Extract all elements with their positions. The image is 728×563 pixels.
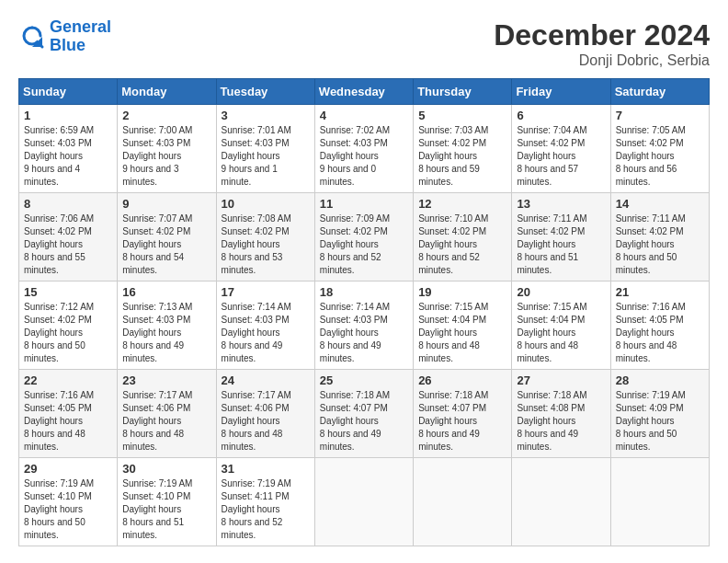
cell-content: Sunrise: 7:19 AMSunset: 4:10 PMDaylight … (122, 477, 210, 542)
cell-content: Sunrise: 7:18 AMSunset: 4:08 PMDaylight … (517, 389, 605, 454)
cell-content: Sunrise: 7:11 AMSunset: 4:02 PMDaylight … (616, 213, 704, 277)
day-number: 18 (320, 285, 408, 299)
day-number: 20 (517, 285, 605, 299)
day-header-thursday: Thursday (414, 79, 512, 105)
cell-content: Sunrise: 7:17 AMSunset: 4:06 PMDaylight … (122, 389, 210, 454)
cell-content: Sunrise: 7:08 AMSunset: 4:02 PMDaylight … (222, 213, 310, 277)
day-number: 28 (616, 373, 704, 387)
day-number: 9 (122, 197, 210, 211)
calendar-cell: 6Sunrise: 7:04 AMSunset: 4:02 PMDaylight… (512, 105, 610, 193)
calendar-cell: 23Sunrise: 7:17 AMSunset: 4:06 PMDayligh… (118, 370, 216, 458)
cell-content: Sunrise: 6:59 AMSunset: 4:03 PMDaylight … (24, 124, 112, 189)
day-header-sunday: Sunday (19, 79, 118, 105)
calendar-cell (314, 458, 413, 546)
day-number: 30 (122, 462, 210, 476)
calendar-cell (610, 458, 709, 546)
cell-content: Sunrise: 7:10 AMSunset: 4:02 PMDaylight … (418, 213, 506, 277)
day-number: 12 (418, 197, 506, 211)
calendar-cell: 16Sunrise: 7:13 AMSunset: 4:03 PMDayligh… (118, 282, 216, 370)
day-number: 3 (222, 109, 310, 122)
cell-content: Sunrise: 7:17 AMSunset: 4:06 PMDaylight … (222, 389, 310, 454)
day-number: 24 (222, 373, 310, 387)
day-number: 22 (24, 373, 112, 387)
cell-content: Sunrise: 7:18 AMSunset: 4:07 PMDaylight … (320, 389, 408, 454)
calendar-cell: 22Sunrise: 7:16 AMSunset: 4:05 PMDayligh… (19, 370, 118, 458)
calendar-cell: 8Sunrise: 7:06 AMSunset: 4:02 PMDaylight… (19, 193, 118, 282)
day-number: 13 (517, 197, 605, 211)
day-number: 1 (24, 109, 112, 122)
day-number: 16 (122, 285, 210, 299)
cell-content: Sunrise: 7:03 AMSunset: 4:02 PMDaylight … (418, 124, 506, 189)
calendar-cell: 24Sunrise: 7:17 AMSunset: 4:06 PMDayligh… (216, 370, 314, 458)
calendar-cell: 20Sunrise: 7:15 AMSunset: 4:04 PMDayligh… (512, 282, 610, 370)
cell-content: Sunrise: 7:15 AMSunset: 4:04 PMDaylight … (418, 301, 506, 365)
day-number: 15 (24, 285, 112, 299)
calendar-cell: 15Sunrise: 7:12 AMSunset: 4:02 PMDayligh… (19, 282, 118, 370)
calendar-cell: 2Sunrise: 7:00 AMSunset: 4:03 PMDaylight… (118, 105, 216, 193)
calendar-cell: 19Sunrise: 7:15 AMSunset: 4:04 PMDayligh… (414, 282, 512, 370)
day-number: 21 (616, 285, 704, 299)
title-block: December 2024 Donji Dobric, Serbia (494, 18, 710, 69)
calendar-cell: 10Sunrise: 7:08 AMSunset: 4:02 PMDayligh… (216, 193, 314, 282)
day-number: 11 (320, 197, 408, 211)
cell-content: Sunrise: 7:06 AMSunset: 4:02 PMDaylight … (24, 213, 112, 277)
location: Donji Dobric, Serbia (494, 52, 710, 69)
cell-content: Sunrise: 7:16 AMSunset: 4:05 PMDaylight … (24, 389, 112, 454)
calendar-cell (512, 458, 610, 546)
cell-content: Sunrise: 7:19 AMSunset: 4:10 PMDaylight … (24, 477, 112, 542)
calendar-cell: 18Sunrise: 7:14 AMSunset: 4:03 PMDayligh… (314, 282, 413, 370)
day-number: 10 (222, 197, 310, 211)
cell-content: Sunrise: 7:15 AMSunset: 4:04 PMDaylight … (517, 301, 605, 365)
logo: General Blue (18, 18, 111, 55)
calendar-cell: 14Sunrise: 7:11 AMSunset: 4:02 PMDayligh… (610, 193, 709, 282)
day-number: 25 (320, 373, 408, 387)
week-row-5: 29Sunrise: 7:19 AMSunset: 4:10 PMDayligh… (19, 458, 710, 546)
header-row: SundayMondayTuesdayWednesdayThursdayFrid… (19, 79, 710, 105)
calendar-cell: 26Sunrise: 7:18 AMSunset: 4:07 PMDayligh… (414, 370, 512, 458)
day-number: 14 (616, 197, 704, 211)
calendar-cell: 13Sunrise: 7:11 AMSunset: 4:02 PMDayligh… (512, 193, 610, 282)
calendar-cell: 17Sunrise: 7:14 AMSunset: 4:03 PMDayligh… (216, 282, 314, 370)
calendar-cell: 3Sunrise: 7:01 AMSunset: 4:03 PMDaylight… (216, 105, 314, 193)
day-header-friday: Friday (512, 79, 610, 105)
cell-content: Sunrise: 7:16 AMSunset: 4:05 PMDaylight … (616, 301, 704, 365)
cell-content: Sunrise: 7:11 AMSunset: 4:02 PMDaylight … (517, 213, 605, 277)
calendar-cell: 21Sunrise: 7:16 AMSunset: 4:05 PMDayligh… (610, 282, 709, 370)
cell-content: Sunrise: 7:04 AMSunset: 4:02 PMDaylight … (517, 124, 605, 189)
cell-content: Sunrise: 7:00 AMSunset: 4:03 PMDaylight … (122, 124, 210, 189)
cell-content: Sunrise: 7:19 AMSunset: 4:11 PMDaylight … (222, 477, 310, 542)
day-number: 7 (616, 109, 704, 122)
logo-icon (18, 23, 46, 51)
calendar-cell: 5Sunrise: 7:03 AMSunset: 4:02 PMDaylight… (414, 105, 512, 193)
day-number: 5 (418, 109, 506, 122)
week-row-2: 8Sunrise: 7:06 AMSunset: 4:02 PMDaylight… (19, 193, 710, 282)
calendar-cell: 7Sunrise: 7:05 AMSunset: 4:02 PMDaylight… (610, 105, 709, 193)
day-number: 23 (122, 373, 210, 387)
calendar-cell: 25Sunrise: 7:18 AMSunset: 4:07 PMDayligh… (314, 370, 413, 458)
cell-content: Sunrise: 7:02 AMSunset: 4:03 PMDaylight … (320, 124, 408, 189)
day-number: 17 (222, 285, 310, 299)
cell-content: Sunrise: 7:19 AMSunset: 4:09 PMDaylight … (616, 389, 704, 454)
day-header-wednesday: Wednesday (314, 79, 413, 105)
cell-content: Sunrise: 7:12 AMSunset: 4:02 PMDaylight … (24, 301, 112, 365)
cell-content: Sunrise: 7:09 AMSunset: 4:02 PMDaylight … (320, 213, 408, 277)
calendar-table: SundayMondayTuesdayWednesdayThursdayFrid… (18, 78, 710, 546)
day-number: 29 (24, 462, 112, 476)
cell-content: Sunrise: 7:01 AMSunset: 4:03 PMDaylight … (222, 124, 310, 189)
week-row-3: 15Sunrise: 7:12 AMSunset: 4:02 PMDayligh… (19, 282, 710, 370)
week-row-1: 1Sunrise: 6:59 AMSunset: 4:03 PMDaylight… (19, 105, 710, 193)
calendar-cell: 29Sunrise: 7:19 AMSunset: 4:10 PMDayligh… (19, 458, 118, 546)
cell-content: Sunrise: 7:14 AMSunset: 4:03 PMDaylight … (320, 301, 408, 365)
calendar-cell: 28Sunrise: 7:19 AMSunset: 4:09 PMDayligh… (610, 370, 709, 458)
calendar-cell (414, 458, 512, 546)
cell-content: Sunrise: 7:18 AMSunset: 4:07 PMDaylight … (418, 389, 506, 454)
calendar-cell: 31Sunrise: 7:19 AMSunset: 4:11 PMDayligh… (216, 458, 314, 546)
cell-content: Sunrise: 7:07 AMSunset: 4:02 PMDaylight … (122, 213, 210, 277)
calendar-cell: 4Sunrise: 7:02 AMSunset: 4:03 PMDaylight… (314, 105, 413, 193)
calendar-cell: 27Sunrise: 7:18 AMSunset: 4:08 PMDayligh… (512, 370, 610, 458)
calendar-cell: 11Sunrise: 7:09 AMSunset: 4:02 PMDayligh… (314, 193, 413, 282)
calendar-cell: 1Sunrise: 6:59 AMSunset: 4:03 PMDaylight… (19, 105, 118, 193)
cell-content: Sunrise: 7:05 AMSunset: 4:02 PMDaylight … (616, 124, 704, 189)
cell-content: Sunrise: 7:13 AMSunset: 4:03 PMDaylight … (122, 301, 210, 365)
calendar-cell: 30Sunrise: 7:19 AMSunset: 4:10 PMDayligh… (118, 458, 216, 546)
